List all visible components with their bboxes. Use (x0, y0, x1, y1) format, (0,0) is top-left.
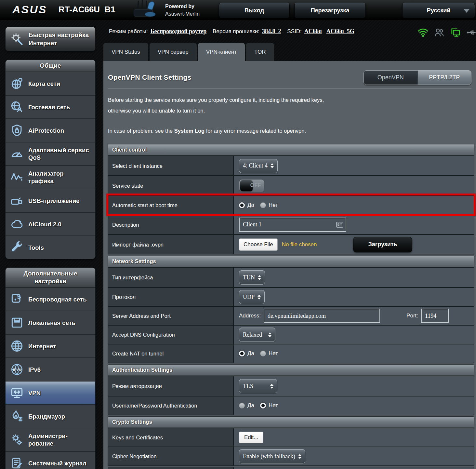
server-port-input[interactable] (421, 309, 449, 323)
sidebar-item-system-log[interactable]: Системный журнал (6, 451, 95, 469)
vpn-monitor-icon (10, 386, 24, 400)
protocol-select[interactable]: UDP (239, 290, 265, 304)
wrench-icon (10, 240, 24, 255)
section-header-network: Network Settings (108, 256, 474, 267)
tab-tor[interactable]: TOR (246, 43, 274, 61)
edit-keys-button[interactable]: Edit... (239, 432, 263, 443)
sidebar-item-aicloud[interactable]: AiCloud 2.0 (6, 212, 95, 235)
select-arrows-icon (298, 454, 301, 459)
userpass-yes-radio[interactable] (239, 403, 245, 409)
sidebar-item-wireless[interactable]: Беспроводная сеть (6, 287, 95, 311)
wireless-icon (10, 292, 24, 306)
status-icons (417, 27, 476, 38)
toggle-pptp-l2tp[interactable]: PPTP/L2TP (417, 71, 471, 85)
sidebar-item-tools[interactable]: Tools (6, 235, 95, 259)
divider (108, 88, 471, 88)
sidebar-item-firewall[interactable]: Брандмауэр (6, 404, 95, 428)
sidebar-item-guest-network[interactable]: Гостевая сеть (6, 95, 95, 118)
sidebar-item-ipv6[interactable]: IPV6 IPv6 (6, 357, 95, 381)
language-value: Русский (427, 7, 451, 14)
sidebar-item-vpn[interactable]: VPN (6, 381, 95, 404)
tab-vpn-client[interactable]: VPN-клиент (198, 43, 245, 61)
vpn-type-toggle: OpenVPN PPTP/L2TP (364, 70, 471, 85)
sidebar-item-usb-application[interactable]: USB-приложение (6, 189, 95, 212)
firmware-link[interactable]: 384.8_2 (262, 28, 281, 34)
sidebar-item-internet[interactable]: Интернет (6, 334, 95, 357)
svg-text:IPV6: IPV6 (13, 368, 21, 372)
sidebar-item-aiprotection[interactable]: AiProtection (6, 118, 95, 142)
gears-icon (10, 433, 24, 447)
sidebar-item-qos[interactable]: Адаптивный сервис QoS (6, 142, 95, 165)
intro-text: Before starting the service make sure yo… (108, 95, 324, 116)
autostart-no-radio[interactable] (260, 202, 266, 208)
clients-icon[interactable] (433, 27, 445, 38)
network-settings-table: Network Settings Тип интерфейса TUN Прот… (108, 256, 474, 363)
row-create-nat: Create NAT on tunnel Да Нет (108, 344, 474, 363)
main-panel: OpenVPN Client Settings OpenVPN PPTP/L2T… (103, 61, 476, 469)
devices-icon[interactable] (450, 27, 461, 38)
row-auth-mode: Режим авторизации TLS (108, 376, 474, 396)
userpass-no-radio[interactable] (260, 403, 266, 409)
client-instance-select[interactable]: 4: Client 4 (239, 159, 278, 173)
tab-vpn-server[interactable]: VPN сервер (150, 43, 197, 61)
network-map-icon (10, 76, 24, 91)
firewall-flame-icon (10, 409, 24, 423)
autostart-yes-radio[interactable] (239, 202, 245, 208)
firmware-label: Версия прошивки: (213, 28, 259, 34)
address-label: Address: (239, 313, 261, 319)
wifi-status-icon[interactable] (417, 27, 429, 38)
powered-by: Powered by Asuswrt-Merlin (165, 3, 200, 18)
language-select[interactable]: Русский (402, 3, 475, 19)
accept-dns-select[interactable]: Relaxed (239, 328, 275, 342)
row-interface-type: Тип интерфейса TUN (108, 267, 474, 287)
auth-mode-select[interactable]: TLS (239, 379, 277, 393)
quick-setup-button[interactable]: Быстрая настройка Интернет (5, 27, 96, 51)
interface-type-select[interactable]: TUN (239, 270, 265, 285)
system-log-link[interactable]: System Log (174, 128, 205, 134)
upload-button[interactable]: Загрузить (353, 237, 412, 252)
tab-vpn-status[interactable]: VPN Status (103, 43, 148, 61)
mode-link[interactable]: Беспроводной роутер (151, 28, 207, 34)
toggle-openvpn[interactable]: OpenVPN (364, 71, 417, 85)
authentication-settings-table: Authentication Settings Режим авторизаци… (108, 364, 474, 415)
section-header-authentication: Authentication Settings (108, 365, 474, 376)
select-arrows-icon (258, 295, 261, 300)
row-keys-certificates: Keys and Certificates Edit... (108, 428, 474, 447)
row-description: Description (108, 214, 474, 234)
description-input[interactable] (239, 218, 346, 232)
select-arrows-icon (271, 163, 274, 168)
contact-card-icon (336, 221, 344, 228)
sidebar-item-lan[interactable]: Локальная сеть (6, 311, 95, 334)
client-control-table: Client control Select client instance 4:… (108, 144, 474, 254)
nat-no-radio[interactable] (260, 351, 266, 356)
port-label: Port: (406, 313, 418, 319)
select-arrows-icon (268, 332, 271, 337)
section-header-client-control: Client control (108, 144, 474, 155)
logout-button[interactable]: Выход (219, 3, 290, 19)
ssid-label: SSID: (287, 28, 301, 34)
choose-file-button[interactable]: Choose File (239, 238, 278, 251)
crypto-settings-table: Crypto Settings Keys and Certificates Ed… (108, 416, 474, 466)
tab-bar: VPN Status VPN сервер VPN-клиент TOR (103, 43, 274, 61)
guest-network-icon (10, 100, 24, 114)
row-userpass-auth: Username/Password Authentication Да Нет (108, 396, 474, 415)
sidebar-item-network-map[interactable]: Карта сети (6, 72, 95, 95)
sidebar-item-traffic-analyzer[interactable]: Анализатор трафика (6, 165, 95, 189)
usb-status-icon[interactable] (466, 27, 476, 38)
server-address-input[interactable] (264, 309, 380, 323)
cipher-negotiation-select[interactable]: Enable (with fallback) (239, 449, 305, 463)
top-banner: ASUS RT-AC66U_B1 Powered by Asuswrt-Merl… (0, 0, 476, 20)
row-cipher-negotiation: Cipher Negotiation Enable (with fallback… (108, 447, 474, 465)
sidebar-item-administration[interactable]: Администри-рование (6, 428, 95, 451)
chevron-down-icon (464, 9, 469, 13)
ssid-5g-link[interactable]: AC66u_5G (326, 28, 354, 34)
asus-logo: ASUS (12, 3, 47, 16)
cloud-icon (10, 217, 24, 231)
sidebar-advanced-title: Дополнительные настройки (6, 268, 95, 287)
reboot-button[interactable]: Перезагрузка (294, 3, 366, 19)
ssid-2g-link[interactable]: AC66u (304, 28, 322, 34)
page-title: OpenVPN Client Settings (108, 74, 192, 81)
status-line: Режим работы:Беспроводной роутер Версия … (109, 28, 359, 35)
nat-yes-radio[interactable] (239, 351, 245, 356)
service-state-toggle[interactable]: OFF (239, 179, 264, 192)
